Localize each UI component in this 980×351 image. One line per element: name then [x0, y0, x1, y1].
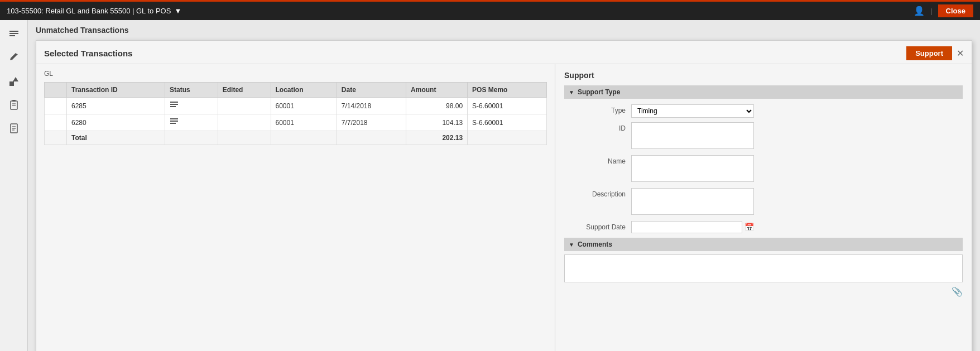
total-label: Total	[67, 131, 165, 145]
name-control	[631, 155, 754, 184]
sidebar-icon-shapes[interactable]	[4, 71, 24, 92]
comments-header[interactable]: ▼ Comments	[564, 238, 963, 251]
svg-rect-1	[9, 33, 18, 34]
svg-rect-0	[9, 31, 18, 32]
calendar-icon[interactable]: 📅	[744, 223, 754, 232]
support-panel-title: Support	[564, 71, 963, 80]
col-header-status: Status	[165, 83, 218, 98]
total-empty-2	[165, 131, 218, 145]
support-date-label: Support Date	[564, 221, 631, 231]
col-header-pos-memo: POS Memo	[468, 83, 547, 98]
section-title: Unmatched Transactions	[36, 26, 972, 35]
sidebar-icon-list[interactable]	[4, 25, 24, 45]
sidebar	[0, 20, 28, 351]
support-button[interactable]: Support	[906, 46, 952, 60]
support-panel: Support ▼ Support Type Type	[555, 64, 972, 351]
total-empty-4	[271, 131, 337, 145]
id-input[interactable]	[631, 122, 754, 149]
comments-arrow: ▼	[569, 242, 574, 248]
name-label: Name	[564, 155, 631, 165]
support-date-input[interactable]	[631, 221, 742, 233]
sidebar-icon-document[interactable]	[4, 118, 24, 138]
table-row: 6280 60001 7/7/2018 104.13 S-6.60001	[45, 114, 547, 131]
top-bar-title-area: 103-55500: Retail GL and Bank 55500 | GL…	[7, 7, 181, 15]
dialog-header: Selected Transactions Support ✕	[36, 41, 972, 64]
row1-checkbox	[45, 98, 67, 114]
comments-textarea[interactable]	[564, 254, 963, 282]
transactions-table: Transaction ID Status Edited Location Da…	[44, 82, 547, 145]
description-label: Description	[564, 188, 631, 198]
col-header-date: Date	[337, 83, 406, 98]
row2-amount: 104.13	[406, 114, 468, 131]
svg-rect-16	[170, 118, 178, 119]
svg-rect-2	[9, 35, 15, 36]
main-layout: Unmatched Transactions Selected Transact…	[0, 20, 980, 351]
id-control	[631, 122, 754, 151]
type-select[interactable]: Timing Cutoff Adjustment	[631, 104, 754, 118]
id-row: ID	[564, 122, 963, 151]
selected-transactions-dialog: Selected Transactions Support ✕ GL Trans…	[36, 40, 972, 351]
row2-checkbox	[45, 114, 67, 131]
close-button[interactable]: Close	[938, 4, 973, 17]
attach-icon[interactable]: 📎	[564, 286, 963, 297]
gl-panel: GL Transaction ID Status Edited Location…	[36, 64, 555, 351]
row1-date: 7/14/2018	[337, 98, 406, 114]
row2-date: 7/7/2018	[337, 114, 406, 131]
support-date-control: 📅	[631, 221, 754, 233]
total-empty-3	[218, 131, 271, 145]
svg-rect-17	[170, 121, 178, 122]
top-bar: 103-55500: Retail GL and Bank 55500 | GL…	[0, 0, 980, 20]
row1-edited	[218, 98, 271, 114]
support-type-header[interactable]: ▼ Support Type	[564, 85, 963, 99]
row1-pos-memo: S-6.60001	[468, 98, 547, 114]
description-control	[631, 188, 754, 217]
name-row: Name	[564, 155, 963, 184]
row1-amount: 98.00	[406, 98, 468, 114]
dialog-title: Selected Transactions	[44, 49, 132, 58]
comments-label: Comments	[578, 241, 612, 248]
user-icon[interactable]: 👤	[914, 6, 925, 16]
col-header-checkbox	[45, 83, 67, 98]
row2-transaction-id: 6280	[67, 114, 165, 131]
row1-status	[165, 98, 218, 114]
id-label: ID	[564, 122, 631, 132]
total-row: Total 202.13	[45, 131, 547, 145]
table-header-row: Transaction ID Status Edited Location Da…	[45, 83, 547, 98]
sidebar-icon-edit[interactable]	[4, 48, 24, 68]
type-label: Type	[564, 104, 631, 114]
col-header-edited: Edited	[218, 83, 271, 98]
comments-body: 📎	[564, 254, 963, 297]
description-input[interactable]	[631, 188, 754, 215]
date-wrapper: 📅	[631, 221, 754, 233]
total-empty-5	[337, 131, 406, 145]
support-type-label: Support Type	[578, 88, 620, 96]
support-date-row: Support Date 📅	[564, 221, 963, 233]
support-type-arrow: ▼	[569, 89, 574, 95]
total-empty-6	[468, 131, 547, 145]
row1-transaction-id: 6285	[67, 98, 165, 114]
svg-rect-3	[9, 81, 14, 86]
col-header-amount: Amount	[406, 83, 468, 98]
row2-status	[165, 114, 218, 131]
total-amount: 202.13	[406, 131, 468, 145]
dialog-body: GL Transaction ID Status Edited Location…	[36, 64, 972, 351]
sidebar-icon-clipboard[interactable]	[4, 95, 24, 115]
description-row: Description	[564, 188, 963, 217]
support-type-fields: Type Timing Cutoff Adjustment	[564, 104, 963, 233]
svg-rect-15	[170, 106, 176, 107]
name-input[interactable]	[631, 155, 754, 182]
svg-rect-6	[12, 100, 16, 102]
type-control: Timing Cutoff Adjustment	[631, 104, 754, 118]
table-row: 6285 60001 7/14/2018 98.00 S-6.60001	[45, 98, 547, 114]
gl-label: GL	[44, 70, 547, 78]
svg-rect-14	[170, 104, 178, 105]
title-dropdown-arrow[interactable]: ▼	[174, 7, 181, 15]
total-empty-1	[45, 131, 67, 145]
row1-location: 60001	[271, 98, 337, 114]
svg-rect-18	[170, 123, 176, 124]
col-header-transaction-id: Transaction ID	[67, 83, 165, 98]
svg-marker-4	[13, 77, 18, 81]
top-bar-separator: |	[930, 7, 932, 15]
dialog-close-button[interactable]: ✕	[957, 48, 964, 59]
app-title: 103-55500: Retail GL and Bank 55500 | GL…	[7, 7, 171, 15]
